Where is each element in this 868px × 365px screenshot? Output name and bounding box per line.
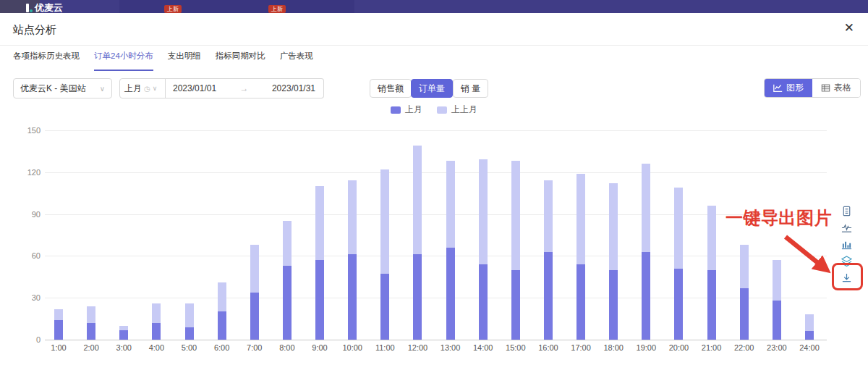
bar-16:00[interactable] [544,130,553,340]
bar-10:00[interactable] [348,130,357,340]
x-axis-label-15:00: 15:00 [506,343,526,352]
x-axis-label-12:00: 12:00 [408,343,428,352]
bar-segment-last-month [805,331,814,340]
view-toggle: 图形 表格 [764,78,861,98]
legend-item-0[interactable]: 上月 [391,104,422,116]
x-axis-label-17:00: 17:00 [571,343,591,352]
annotation-arrow [752,219,846,299]
legend-label: 上上月 [451,104,477,116]
x-axis-label-1:00: 1:00 [51,343,66,352]
bar-segment-last-month [544,252,553,340]
metric-button-sales-amount[interactable]: 销售额 [370,79,412,98]
tab-1[interactable]: 订单24小时分布 [94,51,153,71]
view-toggle-table[interactable]: 表格 [812,79,860,97]
chevron-down-icon: ∨ [100,85,105,93]
clock-icon: ◷ [144,85,150,93]
x-axis-label-16:00: 16:00 [538,343,558,352]
topbar-nav-section [119,0,354,13]
x-axis-label-9:00: 9:00 [312,343,327,352]
bar-7:00[interactable] [250,130,259,340]
bar-19:00[interactable] [642,130,650,340]
bar-segment-month-before [642,164,650,251]
bar-1:00[interactable] [54,130,63,340]
data-view-icon[interactable] [841,206,852,217]
date-preset-select[interactable]: 上月 ◷ ∨ [119,78,166,98]
y-axis-label-30: 30 [12,293,41,302]
bar-3:00[interactable] [119,130,128,340]
y-axis-label-150: 150 [12,126,41,135]
bar-segment-last-month [511,270,520,340]
gridline-0 [45,340,827,340]
bar-segment-last-month [609,270,618,340]
tab-2[interactable]: 支出明细 [168,51,201,71]
bar-8:00[interactable] [283,130,292,340]
chart-view-icon [773,83,783,93]
chevron-down-icon: ∨ [153,85,158,92]
x-axis-label-5:00: 5:00 [182,343,197,352]
bar-segment-month-before [380,169,389,274]
bar-segment-last-month [250,293,259,340]
bar-segment-month-before [511,161,520,269]
bar-segment-month-before [315,186,324,260]
bar-segment-month-before [674,188,683,269]
bar-21:00[interactable] [707,130,716,340]
date-end: 2023/01/31 [272,83,315,93]
bar-22:00[interactable] [740,130,749,340]
bar-segment-month-before [609,183,618,269]
bar-segment-month-before [413,146,422,254]
header-divider [0,45,868,46]
bar-9:00[interactable] [315,130,324,340]
bar-20:00[interactable] [674,130,683,340]
bar-segment-month-before [446,161,455,247]
bar-15:00[interactable] [511,130,520,340]
site-select[interactable]: 优麦云K - 美国站 ∨ [13,78,112,98]
bar-12:00[interactable] [413,130,422,340]
view-toggle-chart-label: 图形 [786,82,804,94]
bar-18:00[interactable] [609,130,618,340]
bar-segment-last-month [152,323,161,340]
y-axis-label-120: 120 [12,168,41,177]
logo-dot-icon [30,9,33,12]
x-axis-label-11:00: 11:00 [375,343,395,352]
close-icon[interactable]: ✕ [844,22,854,34]
bar-segment-last-month [707,270,716,340]
bar-segment-month-before [348,180,357,254]
tab-0[interactable]: 各项指标历史表现 [13,51,80,71]
bar-17:00[interactable] [576,130,585,340]
tab-bar: 各项指标历史表现订单24小时分布支出明细指标同期对比广告表现 [13,51,313,71]
legend-item-1[interactable]: 上上月 [437,104,477,116]
x-axis-label-10:00: 10:00 [342,343,362,352]
metric-button-order-count[interactable]: 订单量 [411,79,453,98]
tab-3[interactable]: 指标同期对比 [216,51,265,71]
bar-2:00[interactable] [87,130,95,340]
page-title: 站点分析 [13,23,56,37]
metric-button-sales-volume[interactable]: 销 量 [453,79,488,98]
x-axis-label-23:00: 23:00 [767,343,787,352]
bar-13:00[interactable] [446,130,455,340]
view-toggle-table-label: 表格 [834,82,851,94]
bar-segment-last-month [185,327,194,340]
bar-4:00[interactable] [152,130,161,340]
bar-6:00[interactable] [218,130,226,340]
site-select-value: 优麦云K - 美国站 [20,83,86,95]
bar-5:00[interactable] [185,130,194,340]
x-axis-label-2:00: 2:00 [83,343,98,352]
bar-segment-month-before [185,303,194,327]
bar-segment-last-month [773,301,781,340]
bar-14:00[interactable] [479,130,488,340]
bar-segment-month-before [707,206,716,270]
tab-4[interactable]: 广告表现 [280,51,313,71]
bar-segment-month-before [805,314,814,331]
bar-segment-last-month [674,269,683,340]
y-axis-label-90: 90 [12,210,41,219]
x-axis-label-8:00: 8:00 [279,343,294,352]
bar-segment-last-month [348,254,357,340]
bar-segment-last-month [380,274,389,340]
view-toggle-chart[interactable]: 图形 [765,79,812,97]
x-axis-label-24:00: 24:00 [799,343,820,352]
date-range-input[interactable]: 2023/01/01 → 2023/01/31 [165,78,324,98]
bar-11:00[interactable] [380,130,389,340]
bar-segment-month-before [54,309,63,320]
chart-legend: 上月上上月 [0,104,868,116]
bar-segment-month-before [152,303,161,323]
